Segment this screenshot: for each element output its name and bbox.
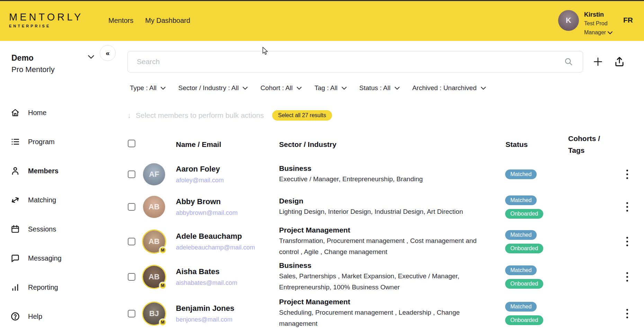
table-row[interactable]: ABMAdele Beauchampadelebeauchamp@mail.co… (0, 224, 644, 259)
row-menu-button[interactable] (623, 201, 632, 213)
filter-archived[interactable]: Archived : Unarchived (412, 84, 486, 92)
table-row[interactable]: ABAbby Brownabbybrown@mail.comDesignLigh… (0, 191, 644, 223)
filter-status[interactable]: Status : All (359, 84, 400, 92)
row-checkbox[interactable] (128, 310, 135, 317)
user-meta: Kirstin Test Prod Manager (584, 10, 612, 37)
chevron-down-icon (243, 87, 248, 90)
mentor-badge: M (159, 318, 167, 326)
row-checkbox[interactable] (128, 273, 135, 281)
column-header-sector: Sector / Industry (279, 139, 337, 150)
chevron-down-icon (608, 28, 612, 37)
member-email-link[interactable]: afoley@mail.com (176, 177, 224, 184)
status-badge: Matched (505, 230, 537, 240)
top-navigation: Mentors My Dashboard (108, 0, 190, 41)
filter-cohort[interactable]: Cohort : All (260, 84, 302, 92)
member-name[interactable]: Aaron Foley (176, 165, 224, 174)
member-sector: BusinessSales, Partnerships , Market Exp… (279, 260, 494, 294)
row-menu-button[interactable] (623, 307, 632, 320)
select-all-results-button[interactable]: Select all 27 results (272, 110, 332, 121)
plus-icon (592, 56, 604, 68)
member-statuses: Matched (505, 159, 537, 190)
sector-title: Design (279, 197, 494, 205)
member-identity: Abby Brownabbybrown@mail.com (176, 197, 238, 217)
kebab-dot (626, 237, 628, 239)
logo-subtitle: ENTERPRISE (9, 24, 83, 28)
search-input[interactable] (127, 51, 583, 72)
row-menu-button[interactable] (623, 271, 632, 283)
member-statuses: MatchedOnboarded (505, 260, 543, 294)
filter-sector-industry[interactable]: Sector / Industry : All (178, 84, 248, 92)
member-name[interactable]: Abby Brown (176, 197, 238, 206)
member-sector: Project ManagementTransformation, Procur… (279, 224, 494, 259)
member-name[interactable]: Aisha Bates (176, 267, 237, 276)
kebab-dot (626, 313, 628, 314)
member-statuses: MatchedOnboarded (505, 224, 543, 259)
sector-title: Project Management (279, 226, 494, 234)
member-name[interactable]: Adele Beauchamp (176, 232, 255, 241)
member-sector: BusinessExecutive / Manager, Entrepreneu… (279, 159, 494, 190)
member-email-link[interactable]: aishabates@mail.com (176, 279, 237, 287)
row-menu-button[interactable] (623, 168, 632, 181)
user-menu[interactable]: K Kirstin Test Prod Manager (558, 10, 612, 37)
kebab-dot (626, 174, 628, 175)
search-bar (127, 51, 583, 72)
member-email-link[interactable]: abbybrown@mail.com (176, 209, 238, 217)
bulk-actions-hint: Select members to perform bulk actions (136, 111, 264, 120)
row-checkbox[interactable] (128, 238, 135, 245)
table-row[interactable]: ABMAisha Batesaishabates@mail.comBusines… (0, 260, 644, 294)
nav-my-dashboard[interactable]: My Dashboard (145, 17, 190, 25)
sidebar-collapse-button[interactable]: « (100, 45, 116, 61)
screen-edge-top (0, 0, 644, 1)
table-row[interactable]: BJMBenjamin Jonesbenjones@mail.comProjec… (0, 295, 644, 332)
filter-type[interactable]: Type : All (130, 84, 166, 92)
chevron-down-icon (342, 87, 347, 90)
row-checkbox[interactable] (128, 203, 135, 211)
sector-title: Business (279, 164, 494, 173)
search-icon[interactable] (564, 57, 573, 68)
kebab-dot (626, 210, 628, 212)
chevron-down-icon (481, 87, 486, 90)
status-badge: Matched (505, 302, 537, 312)
column-header-name-email: Name / Email (176, 139, 221, 150)
add-member-button[interactable] (591, 55, 605, 69)
sector-detail: Executive / Manager, Entrepreneurship, B… (279, 174, 494, 185)
nav-mentors[interactable]: Mentors (108, 17, 133, 25)
kebab-dot (626, 206, 628, 208)
language-toggle-button[interactable]: FR (623, 16, 633, 24)
member-identity: Aisha Batesaishabates@mail.com (176, 267, 237, 287)
member-sector: Project ManagementScheduling, Procuremen… (279, 295, 494, 332)
filter-tag[interactable]: Tag : All (314, 84, 347, 92)
member-email-link[interactable]: benjones@mail.com (176, 316, 232, 323)
status-badge: Onboarded (505, 279, 543, 289)
status-badge: Onboarded (505, 209, 543, 219)
kebab-dot (626, 170, 628, 172)
kebab-dot (626, 245, 628, 246)
table-row[interactable]: AFAaron Foleyafoley@mail.comBusinessExec… (0, 159, 644, 190)
org-switcher[interactable]: Demo Pro Mentorly (11, 53, 95, 74)
sector-detail: Sales, Partnerships , Market Expansion, … (279, 271, 494, 293)
sector-title: Business (279, 261, 494, 270)
column-header-status: Status (506, 139, 528, 150)
kebab-dot (626, 241, 628, 243)
export-button[interactable] (612, 55, 627, 69)
column-header-cohorts-tags: Cohorts / Tags (568, 133, 611, 156)
member-name[interactable]: Benjamin Jones (176, 304, 234, 313)
row-checkbox[interactable] (128, 171, 135, 178)
sector-detail: Transformation, Procurement management ,… (279, 235, 494, 257)
member-avatar: BJM (143, 303, 165, 325)
mentorly-logo: MENTORLY ENTERPRISE (9, 11, 83, 28)
org-name: Demo (11, 53, 95, 63)
members-page: MENTORLY ENTERPRISE Mentors My Dashboard… (0, 0, 644, 332)
member-avatar: AF (143, 163, 165, 185)
row-menu-button[interactable] (623, 236, 632, 248)
sidebar-item-home[interactable]: Home (0, 106, 104, 120)
bulk-actions-bar: ↓ Select members to perform bulk actions… (127, 110, 332, 121)
member-statuses: MatchedOnboarded (505, 295, 543, 332)
select-all-checkbox[interactable] (128, 140, 135, 147)
member-avatar: ABM (143, 230, 165, 253)
user-role[interactable]: Manager (584, 28, 612, 37)
chevron-down-icon (297, 87, 302, 90)
member-email-link[interactable]: adelebeauchamp@mail.com (176, 244, 255, 251)
member-sector: DesignLighting Design, Interior Design, … (279, 191, 494, 223)
mentor-badge: M (159, 282, 167, 289)
